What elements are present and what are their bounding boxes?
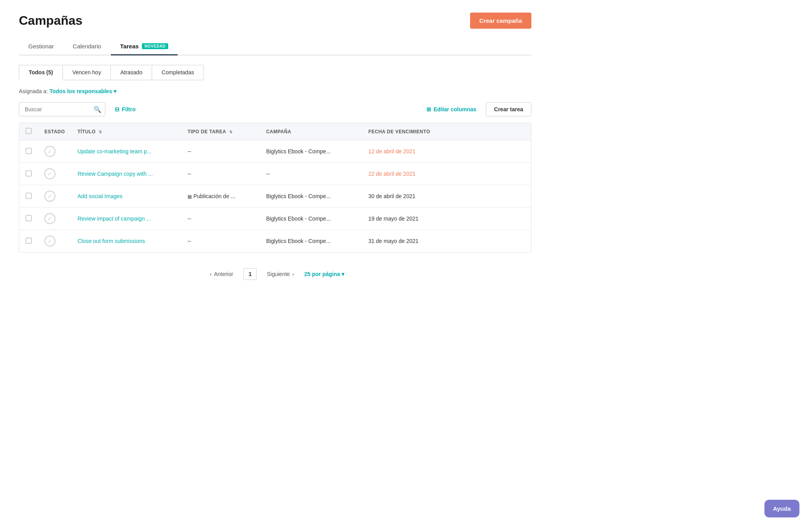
fecha-cell: 19 de mayo de 2021: [362, 208, 531, 230]
tipo-cell: --: [181, 163, 260, 185]
campana-cell: Biglytics Ebook - Compe...: [260, 230, 362, 252]
task-link[interactable]: Review Campaign copy with ...: [77, 171, 152, 177]
tasks-table: ESTADO TÍTULO ⇅ TIPO DE TAREA ⇅ CAMPAÑA: [19, 123, 531, 252]
row-checkbox-3[interactable]: [26, 215, 32, 221]
chevron-down-icon: ▾: [342, 271, 344, 277]
tipo-cell: ▦Publicación de ...: [181, 185, 260, 208]
search-icon: 🔍: [94, 106, 101, 113]
col-header-fecha: FECHA DE VENCIMIENTO: [362, 123, 531, 140]
sort-tipo-icon: ⇅: [229, 130, 233, 134]
chevron-down-icon: ▾: [114, 88, 116, 94]
row-checkbox-0[interactable]: [26, 148, 32, 154]
nav-tabs: Gestionar Calendario Tareas NOVEDAD: [19, 38, 531, 55]
table-row: ✓ Update co-marketing team p... -- Bigly…: [19, 140, 531, 163]
tab-calendario[interactable]: Calendario: [63, 38, 111, 55]
prev-page-button[interactable]: ‹ Anterior: [206, 269, 237, 280]
pagination: ‹ Anterior 1 Siguiente › 25 por página ▾: [19, 262, 531, 286]
create-campaign-button[interactable]: Crear campaña: [470, 13, 531, 29]
table-row: ✓ Review impact of campaign ... -- Bigly…: [19, 208, 531, 230]
status-circle[interactable]: ✓: [44, 168, 55, 179]
task-link[interactable]: Close out form submissions: [77, 238, 145, 244]
tab-gestionar[interactable]: Gestionar: [19, 38, 63, 55]
titulo-cell: Add social Images: [71, 185, 181, 208]
titulo-cell: Close out form submissions: [71, 230, 181, 252]
tipo-cell: --: [181, 230, 260, 252]
campana-cell: Biglytics Ebook - Compe...: [260, 208, 362, 230]
row-checkbox-2[interactable]: [26, 193, 32, 199]
columns-icon: ⊞: [426, 106, 431, 112]
page-title: Campañas: [19, 13, 83, 28]
assigned-filter: Asignada a: Todos los responsables ▾: [19, 88, 531, 94]
campana-cell: --: [260, 163, 362, 185]
col-header-campana: CAMPAÑA: [260, 123, 362, 140]
filter-tab-atrasado[interactable]: Atrasado: [110, 65, 152, 80]
check-icon: ✓: [48, 215, 52, 222]
status-circle[interactable]: ✓: [44, 146, 55, 157]
titulo-cell: Review impact of campaign ...: [71, 208, 181, 230]
filter-button[interactable]: ⊟ Filtro: [110, 103, 140, 116]
publication-icon: ▦: [187, 194, 192, 199]
status-circle[interactable]: ✓: [44, 213, 55, 224]
status-cell: ✓: [38, 230, 71, 252]
task-link[interactable]: Update co-marketing team p...: [77, 148, 151, 155]
filter-tab-completadas[interactable]: Completadas: [152, 65, 204, 80]
row-checkbox-cell: [19, 230, 38, 252]
table-row: ✓ Close out form submissions -- Biglytic…: [19, 230, 531, 252]
search-wrapper: 🔍: [19, 102, 105, 116]
task-link[interactable]: Add social Images: [77, 193, 122, 199]
edit-columns-button[interactable]: ⊞ Editar columnas: [422, 103, 481, 116]
row-checkbox-cell: [19, 185, 38, 208]
campana-cell: Biglytics Ebook - Compe...: [260, 185, 362, 208]
filter-tab-vencen-hoy[interactable]: Vencen hoy: [62, 65, 110, 80]
row-checkbox-cell: [19, 208, 38, 230]
filter-tab-todos[interactable]: Todos (5): [19, 65, 62, 80]
task-link[interactable]: Review impact of campaign ...: [77, 215, 151, 222]
filter-tabs: Todos (5) Vencen hoy Atrasado Completada…: [19, 65, 531, 80]
status-cell: ✓: [38, 185, 71, 208]
toolbar-right: ⊞ Editar columnas Crear tarea: [422, 102, 531, 116]
check-icon: ✓: [48, 171, 52, 177]
status-cell: ✓: [38, 163, 71, 185]
campana-cell: Biglytics Ebook - Compe...: [260, 140, 362, 163]
create-task-button[interactable]: Crear tarea: [486, 102, 531, 116]
tipo-cell: --: [181, 140, 260, 163]
fecha-cell: 31 de mayo de 2021: [362, 230, 531, 252]
titulo-cell: Update co-marketing team p...: [71, 140, 181, 163]
status-cell: ✓: [38, 140, 71, 163]
select-all-header[interactable]: [19, 123, 38, 140]
col-header-tipo[interactable]: TIPO DE TAREA ⇅: [181, 123, 260, 140]
row-checkbox-4[interactable]: [26, 237, 32, 244]
check-icon: ✓: [48, 148, 52, 155]
row-checkbox-cell: [19, 163, 38, 185]
status-circle[interactable]: ✓: [44, 236, 55, 247]
select-all-checkbox[interactable]: [26, 128, 32, 134]
per-page-button[interactable]: 25 por página ▾: [304, 271, 344, 277]
titulo-cell: Review Campaign copy with ...: [71, 163, 181, 185]
sort-titulo-icon: ⇅: [99, 130, 102, 134]
check-icon: ✓: [48, 238, 52, 244]
table-row: ✓ Review Campaign copy with ... -- -- 22…: [19, 163, 531, 185]
table-row: ✓ Add social Images ▦Publicación de ... …: [19, 185, 531, 208]
tipo-cell: --: [181, 208, 260, 230]
fecha-cell: 12 de abril de 2021: [362, 140, 531, 163]
fecha-cell: 22 de abril de 2021: [362, 163, 531, 185]
tab-tareas[interactable]: Tareas NOVEDAD: [111, 38, 178, 55]
novedad-badge: NOVEDAD: [142, 43, 169, 49]
check-icon: ✓: [48, 193, 52, 199]
toolbar: 🔍 ⊟ Filtro ⊞ Editar columnas Crear tarea: [19, 102, 531, 116]
chevron-left-icon: ‹: [210, 271, 212, 277]
assigned-filter-link[interactable]: Todos los responsables ▾: [50, 88, 116, 94]
filter-icon: ⊟: [115, 106, 119, 112]
row-checkbox-1[interactable]: [26, 170, 32, 177]
search-input[interactable]: [19, 102, 105, 116]
row-checkbox-cell: [19, 140, 38, 163]
status-cell: ✓: [38, 208, 71, 230]
current-page[interactable]: 1: [243, 268, 257, 280]
col-header-titulo[interactable]: TÍTULO ⇅: [71, 123, 181, 140]
next-page-button[interactable]: Siguiente ›: [263, 269, 298, 280]
fecha-cell: 30 de abril de 2021: [362, 185, 531, 208]
search-button[interactable]: 🔍: [94, 106, 101, 113]
chevron-right-icon: ›: [292, 271, 294, 277]
status-circle[interactable]: ✓: [44, 191, 55, 202]
col-header-estado: ESTADO: [38, 123, 71, 140]
